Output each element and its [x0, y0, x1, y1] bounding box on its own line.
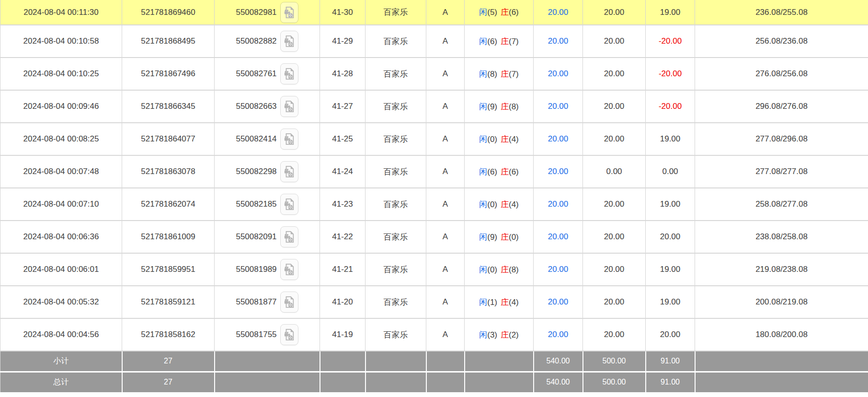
video-replay-button[interactable]	[280, 31, 298, 52]
cell-game-result: 闲(9)庄(8)	[465, 90, 534, 123]
cell-bet-amount: 20.00	[534, 123, 583, 155]
banker-result-label: 庄	[501, 265, 509, 274]
cell-game-id: 550082882	[215, 25, 320, 58]
player-result-label: 闲	[479, 200, 487, 209]
table-row[interactable]: 2024-08-04 00:06:36 521781861009 5500820…	[0, 221, 868, 253]
cell-round-number: 41-20	[320, 286, 365, 318]
table-row[interactable]: 2024-08-04 00:07:10 521781862074 5500821…	[0, 188, 868, 221]
video-replay-icon	[284, 67, 295, 81]
player-result-points: (5)	[487, 8, 497, 17]
cell-bet-amount: 20.00	[534, 58, 583, 90]
banker-result-points: (0)	[509, 233, 519, 242]
video-replay-button[interactable]	[280, 2, 298, 23]
cell-round-number: 41-19	[320, 318, 365, 351]
cell-bet-time: 2024-08-04 00:07:48	[0, 155, 122, 188]
video-replay-button[interactable]	[280, 96, 298, 117]
video-replay-button[interactable]	[280, 63, 298, 84]
cell-balance: 236.08/255.08	[695, 0, 868, 25]
summary-empty-cell	[426, 351, 465, 372]
table-row[interactable]: 2024-08-04 00:04:56 521781858162 5500817…	[0, 318, 868, 351]
cell-win-loss: 20.00	[646, 221, 695, 253]
summary-empty-cell	[365, 372, 426, 392]
cell-win-loss: -20.00	[646, 90, 695, 123]
game-id-text: 550082414	[236, 134, 276, 143]
table-row[interactable]: 2024-08-04 00:10:25 521781867496 5500827…	[0, 58, 868, 90]
cell-order-id: 521781858162	[122, 318, 215, 351]
table-row[interactable]: 2024-08-04 00:10:58 521781868495 5500828…	[0, 25, 868, 58]
cell-bet-amount: 20.00	[534, 286, 583, 318]
cell-table-code: A	[426, 90, 465, 123]
player-result-points: (0)	[487, 135, 497, 144]
video-replay-icon	[284, 100, 295, 113]
game-id-text: 550082298	[236, 167, 276, 176]
cell-game-id: 550081755	[215, 318, 320, 351]
cell-order-id: 521781859951	[122, 253, 215, 286]
summary-empty-cell	[320, 372, 365, 392]
table-row[interactable]: 2024-08-04 00:09:46 521781866345 5500826…	[0, 90, 868, 123]
banker-result-points: (6)	[509, 8, 519, 17]
table-row[interactable]: 2024-08-04 00:08:25 521781864077 5500824…	[0, 123, 868, 155]
cell-table-code: A	[426, 221, 465, 253]
banker-result-label: 庄	[501, 167, 509, 176]
video-replay-icon	[284, 35, 295, 48]
cell-game-result: 闲(8)庄(7)	[465, 58, 534, 90]
cell-balance: 200.08/219.08	[695, 286, 868, 318]
cell-win-loss: 19.00	[646, 286, 695, 318]
cell-game-id: 550082981	[215, 0, 320, 25]
cell-round-number: 41-27	[320, 90, 365, 123]
player-result-points: (3)	[487, 330, 497, 339]
summary-empty-cell	[320, 351, 365, 372]
cell-valid-amount: 20.00	[583, 221, 646, 253]
cell-win-loss: -20.00	[646, 58, 695, 90]
player-result-points: (9)	[487, 233, 497, 242]
cell-balance: 296.08/276.08	[695, 90, 868, 123]
summary-bet-total: 540.00	[534, 351, 583, 372]
table-row[interactable]: 2024-08-04 00:05:32 521781859121 5500818…	[0, 286, 868, 318]
table-row[interactable]: 2024-08-04 00:06:01 521781859951 5500819…	[0, 253, 868, 286]
banker-result-label: 庄	[501, 330, 509, 339]
video-replay-button[interactable]	[280, 194, 298, 215]
video-replay-button[interactable]	[280, 161, 298, 182]
summary-empty-cell	[215, 351, 320, 372]
video-replay-icon	[284, 165, 295, 178]
player-result-points: (0)	[487, 200, 497, 209]
cell-game-type: 百家乐	[365, 90, 426, 123]
cell-table-code: A	[426, 25, 465, 58]
cell-bet-time: 2024-08-04 00:10:25	[0, 58, 122, 90]
cell-valid-amount: 20.00	[583, 90, 646, 123]
summary-bet-total: 540.00	[534, 372, 583, 392]
table-row[interactable]: 2024-08-04 00:11:30 521781869460 5500829…	[0, 0, 868, 25]
cell-win-loss: 19.00	[646, 0, 695, 25]
cell-bet-time: 2024-08-04 00:10:58	[0, 25, 122, 58]
banker-result-label: 庄	[501, 233, 509, 242]
bet-records-table: 2024-08-04 00:11:30 521781869460 5500829…	[0, 0, 868, 392]
cell-game-result: 闲(0)庄(8)	[465, 253, 534, 286]
video-replay-button[interactable]	[280, 226, 298, 247]
cell-balance: 277.08/277.08	[695, 155, 868, 188]
video-replay-button[interactable]	[280, 324, 298, 345]
banker-result-points: (7)	[509, 70, 519, 79]
cell-bet-amount: 20.00	[534, 25, 583, 58]
game-id-text: 550082882	[236, 36, 276, 46]
table-row[interactable]: 2024-08-04 00:07:48 521781863078 5500822…	[0, 155, 868, 188]
cell-round-number: 41-23	[320, 188, 365, 221]
player-result-label: 闲	[479, 70, 487, 79]
video-replay-button[interactable]	[280, 292, 298, 313]
cell-game-type: 百家乐	[365, 286, 426, 318]
cell-game-result: 闲(1)庄(4)	[465, 286, 534, 318]
game-id-text: 550082761	[236, 69, 276, 78]
video-replay-button[interactable]	[280, 128, 298, 150]
summary-empty-cell	[426, 372, 465, 392]
cell-game-type: 百家乐	[365, 253, 426, 286]
cell-win-loss: 0.00	[646, 155, 695, 188]
cell-game-result: 闲(3)庄(2)	[465, 318, 534, 351]
banker-result-points: (4)	[509, 135, 519, 144]
video-replay-button[interactable]	[280, 259, 298, 280]
cell-valid-amount: 20.00	[583, 188, 646, 221]
player-result-label: 闲	[479, 8, 487, 17]
game-id-text: 550082981	[236, 8, 276, 17]
game-id-text: 550082663	[236, 102, 276, 111]
banker-result-label: 庄	[501, 200, 509, 209]
banker-result-label: 庄	[501, 102, 509, 111]
cell-balance: 277.08/296.08	[695, 123, 868, 155]
